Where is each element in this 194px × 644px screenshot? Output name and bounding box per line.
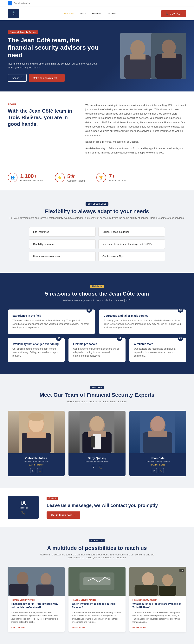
svg-rect-7: [162, 53, 176, 58]
phone-icon: 📞: [165, 12, 168, 15]
team-info-2: Dany Quessy Financial Security Advisor i…: [69, 453, 125, 473]
about-para-2: Based in Trois-Rivières, we serve all of…: [85, 140, 186, 144]
info-icon: ⓘ: [20, 76, 22, 80]
rating-label: Customer Rating: [67, 180, 85, 182]
get-in-touch-button[interactable]: Get in touch now →: [47, 512, 80, 518]
cta-logo: iA Financial 📞: [8, 496, 39, 519]
svg-rect-36: [134, 585, 158, 596]
team-role-1: Financial Security Advisor: [11, 460, 62, 463]
blog-img-overlay-3: iA: [179, 568, 184, 572]
arrow-icon: →: [58, 76, 61, 80]
nav-welcome[interactable]: Welcome: [64, 12, 74, 15]
read-more-2[interactable]: READ MORE: [72, 626, 86, 629]
service-investments[interactable]: Investments, retirement savings and RRSP…: [98, 239, 165, 249]
nav-links: Welcome About Services Our team: [64, 12, 117, 15]
service-critical[interactable]: Critical illness insurance: [98, 227, 165, 237]
rating-text: 5★ Customer Rating: [67, 173, 85, 182]
years-icon: 🏆: [96, 173, 106, 182]
service-car[interactable]: Car Insurance Tips: [98, 252, 165, 261]
read-more-3[interactable]: READ MORE: [132, 626, 146, 629]
phone-icon-1[interactable]: 📞: [37, 468, 42, 473]
team-grid: Gabrielle Jutras Financial Security Advi…: [8, 411, 186, 476]
blog-title-3: What insurance products are available in…: [132, 602, 183, 609]
reason-1: 01 Experience in the field We have 3 adv…: [8, 310, 95, 334]
linkedin-icon-2[interactable]: in: [91, 465, 96, 470]
reasons-heading: 5 reasons to choose the Jean Côté team: [8, 291, 186, 297]
reason-3: 03 Availability that changes everything …: [8, 338, 65, 362]
team-card-2: Dany Quessy Financial Security Advisor i…: [69, 411, 125, 476]
linkedin-icon-1[interactable]: in: [30, 468, 35, 473]
team-heading: Meet Our Team of Financial Security Expe…: [8, 392, 186, 398]
rating-number: 5★: [67, 173, 85, 180]
team-name-1: Gabrielle Jutras: [11, 456, 62, 460]
blog-text-1: A financial advisor is a very useful and…: [11, 611, 62, 624]
blog-content-3: Financial Security Advisor What insuranc…: [129, 596, 186, 632]
stat-rating: ⭐ 5★ Customer Rating: [55, 173, 85, 182]
blog-author-2: Financial Security Advisor: [72, 599, 122, 601]
contact-button[interactable]: 📞 CONTACT: [161, 10, 186, 17]
years-label: Years in the field: [109, 179, 126, 182]
team-icons-2: in 📞: [72, 465, 122, 470]
svg-rect-25: [148, 431, 167, 437]
logo-area: ⚓JC: [8, 9, 20, 18]
team-photo-3: [129, 411, 186, 453]
hero-title: The Jean Côté team, the financial securi…: [8, 36, 101, 59]
svg-rect-28: [9, 584, 29, 596]
social-networks: f Social networks: [8, 1, 30, 6]
team-role-3: Financial security advisor: [132, 460, 183, 463]
services-grid: Life Insurance Critical illness insuranc…: [29, 227, 165, 261]
about-heading: With the Jean Côté team in Trois-Rivière…: [8, 108, 74, 127]
nav-team[interactable]: Our team: [107, 12, 117, 15]
hero-images: [120, 33, 186, 79]
reasons-section: Highlights 5 reasons to choose the Jean …: [0, 273, 194, 374]
clients-label: Recommended clients: [20, 179, 43, 182]
hero-buttons: About ⓘ Make an appointment →: [8, 74, 101, 82]
about-para-3: Available Monday to Friday from 8 a.m. t…: [85, 146, 186, 155]
blog-text-3: The insurance products are essentially t…: [132, 611, 183, 624]
about-label: ABOUT: [8, 103, 74, 106]
team-header: Our Team Meet Our Team of Financial Secu…: [8, 386, 186, 403]
service-life[interactable]: Life Insurance: [29, 227, 96, 237]
blog-author-1: Financial Security Advisor: [11, 599, 62, 601]
team-card-1: Gabrielle Jutras Financial Security Advi…: [8, 411, 65, 476]
service-disability[interactable]: Disability insurance: [29, 239, 96, 249]
blog-grid: Financial Security Advisor Financial adv…: [8, 567, 186, 632]
logo: ⚓JC: [8, 9, 20, 18]
team-name-3: Jean Side: [132, 456, 183, 460]
svg-point-16: [90, 416, 104, 432]
reason-4-title: Flexible proposals: [73, 342, 121, 346]
team-section: Our Team Meet Our Team of Financial Secu…: [0, 374, 194, 488]
blog-card-2: Financial Security Advisor Which investm…: [69, 567, 125, 632]
read-more-1[interactable]: READ MORE: [11, 626, 25, 629]
navbar: ⚓JC Welcome About Services Our team 📞 CO…: [0, 7, 194, 20]
reason-4-text: Our insurance or investment solutions wi…: [73, 347, 121, 358]
reason-3-text: Our official opening hours are 8am to 8p…: [13, 347, 60, 358]
nav-services[interactable]: Services: [92, 12, 101, 15]
clients-number: 1,100+: [20, 173, 43, 179]
blog-img-3: iA: [129, 567, 186, 596]
contact-badge: Contact Us: [89, 539, 105, 542]
about-left: ABOUT With the Jean Côté team in Trois-R…: [8, 103, 74, 127]
phone-icon-3[interactable]: 📞: [159, 468, 164, 473]
svg-point-29: [41, 573, 51, 586]
blog-title-2: Which investment to choose in Trois-Rivi…: [72, 602, 122, 609]
blog-title-1: Financial advisor in Trois-Rivières: why…: [11, 602, 62, 609]
team-credential-3: BAA in Finance: [132, 464, 183, 466]
reason-1-text: We have 3 advisors specialized in financ…: [13, 319, 90, 329]
appointment-button[interactable]: Make an appointment →: [29, 74, 65, 82]
svg-point-35: [142, 572, 154, 586]
reason-5-title: A reliable team: [134, 342, 181, 346]
team-subtext: Meet the faces that will transform your …: [8, 400, 186, 403]
cta-badge: Contact: [47, 497, 58, 500]
service-home[interactable]: Home Insurance Advice: [29, 252, 96, 261]
specialties-subtext: For your development and for your total …: [8, 216, 186, 220]
about-button[interactable]: About ⓘ: [8, 74, 27, 82]
team-icons-3: in 📞: [132, 468, 183, 473]
linkedin-icon-3[interactable]: in: [152, 468, 157, 473]
nav-about[interactable]: About: [80, 12, 86, 15]
reasons-subtext: We have many arguments to be your choice…: [8, 299, 186, 302]
hero-description: Insurance, savings and retirement planni…: [8, 62, 101, 70]
social-label: Social networks: [14, 2, 30, 5]
specialties-heading: Flexibility to always adapt to your need…: [8, 208, 186, 214]
phone-icon-2[interactable]: 📞: [98, 465, 103, 470]
